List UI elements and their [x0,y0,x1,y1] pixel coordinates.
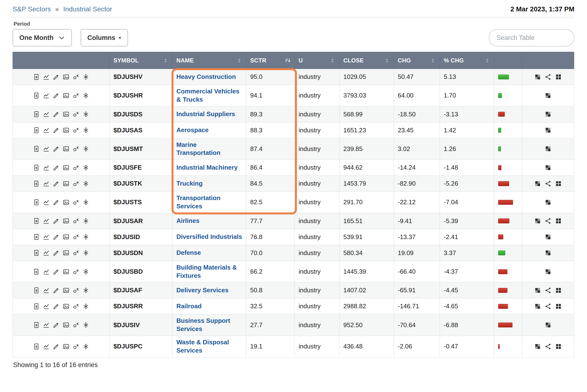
checkerboard-icon[interactable] [534,74,541,80]
grid-icon[interactable] [555,343,562,350]
checkerboard-icon[interactable] [534,180,541,187]
annotation-icon[interactable] [53,180,60,187]
symbol-summary-icon[interactable]: $ [33,234,40,240]
seasonality-icon[interactable] [82,74,89,80]
name-link[interactable]: Diversified Industrials [176,233,242,240]
share-icon[interactable] [545,74,552,80]
annotation-icon[interactable] [53,343,60,350]
annotation-icon[interactable] [53,250,60,256]
checkerboard-icon[interactable] [545,127,552,134]
sharpchart-icon[interactable] [43,303,50,310]
symbol-summary-icon[interactable]: $ [33,287,40,294]
period-select[interactable]: One Month [12,29,72,46]
galleryview-icon[interactable] [63,146,70,152]
sharpchart-icon[interactable] [43,218,50,224]
symbol-summary-icon[interactable]: $ [33,74,40,80]
pnf-chart-icon[interactable] [72,250,79,256]
annotation-icon[interactable] [53,92,60,99]
search-input[interactable] [489,29,574,46]
checkerboard-icon[interactable] [534,303,541,310]
annotation-icon[interactable] [53,218,60,224]
name-link[interactable]: Commercial Vehicles & Trucks [176,88,239,103]
name-link[interactable]: Trucking [176,180,202,187]
checkerboard-icon[interactable] [534,343,541,350]
sharpchart-icon[interactable] [43,92,50,99]
seasonality-icon[interactable] [82,92,89,99]
column-header-close[interactable]: CLOSE [340,52,394,69]
seasonality-icon[interactable] [82,287,89,294]
name-link[interactable]: Airlines [176,217,200,224]
galleryview-icon[interactable] [63,111,70,118]
name-link[interactable]: Transportation Services [176,194,220,210]
annotation-icon[interactable] [53,234,60,240]
annotation-icon[interactable] [53,111,60,118]
grid-icon[interactable] [555,303,562,310]
seasonality-icon[interactable] [82,127,89,134]
sharpchart-icon[interactable] [43,234,50,240]
pnf-chart-icon[interactable] [72,199,79,206]
sharpchart-icon[interactable] [43,268,50,275]
symbol-summary-icon[interactable]: $ [33,322,40,328]
grid-icon[interactable] [555,180,562,187]
column-header-u[interactable]: U [295,52,340,69]
sharpchart-icon[interactable] [43,322,50,328]
checkerboard-icon[interactable] [534,218,541,224]
annotation-icon[interactable] [53,164,60,171]
galleryview-icon[interactable] [63,218,70,224]
column-header-chg[interactable]: CHG [394,52,440,69]
annotation-icon[interactable] [53,199,60,206]
sharpchart-icon[interactable] [43,74,50,80]
seasonality-icon[interactable] [82,322,89,328]
seasonality-icon[interactable] [82,250,89,256]
seasonality-icon[interactable] [82,164,89,171]
pnf-chart-icon[interactable] [72,218,79,224]
seasonality-icon[interactable] [82,268,89,275]
galleryview-icon[interactable] [63,92,70,99]
annotation-icon[interactable] [53,322,60,328]
pnf-chart-icon[interactable] [72,111,79,118]
pnf-chart-icon[interactable] [72,303,79,310]
symbol-summary-icon[interactable]: $ [33,111,40,118]
galleryview-icon[interactable] [63,303,70,310]
pnf-chart-icon[interactable] [72,164,79,171]
pnf-chart-icon[interactable] [72,268,79,275]
galleryview-icon[interactable] [63,127,70,134]
breadcrumb-current-link[interactable]: Industrial Sector [63,5,112,13]
grid-icon[interactable] [555,74,562,80]
galleryview-icon[interactable] [63,180,70,187]
column-header-symbol[interactable]: SYMBOL [110,52,172,69]
column-header-sctr[interactable]: SCTR [246,52,295,69]
galleryview-icon[interactable] [63,343,70,350]
name-link[interactable]: Industrial Suppliers [176,110,235,118]
name-link[interactable]: Defense [176,249,201,256]
symbol-summary-icon[interactable]: $ [33,218,40,224]
symbol-summary-icon[interactable]: $ [33,199,40,206]
name-link[interactable]: Waste & Disposal Services [176,338,229,354]
checkerboard-icon[interactable] [545,146,552,152]
symbol-summary-icon[interactable]: $ [33,164,40,171]
annotation-icon[interactable] [53,287,60,294]
galleryview-icon[interactable] [63,322,70,328]
checkerboard-icon[interactable] [545,111,552,118]
name-link[interactable]: Delivery Services [176,286,228,294]
galleryview-icon[interactable] [63,199,70,206]
pnf-chart-icon[interactable] [72,146,79,152]
pnf-chart-icon[interactable] [72,234,79,240]
annotation-icon[interactable] [53,268,60,275]
pnf-chart-icon[interactable] [72,343,79,350]
sharpchart-icon[interactable] [43,146,50,152]
checkerboard-icon[interactable] [545,268,552,275]
share-icon[interactable] [545,287,552,294]
symbol-summary-icon[interactable]: $ [33,92,40,99]
pnf-chart-icon[interactable] [72,127,79,134]
share-icon[interactable] [545,180,552,187]
name-link[interactable]: Railroad [176,302,202,310]
share-icon[interactable] [545,303,552,310]
name-link[interactable]: Building Materials & Fixtures [176,264,237,279]
sharpchart-icon[interactable] [43,199,50,206]
galleryview-icon[interactable] [63,234,70,240]
galleryview-icon[interactable] [63,250,70,256]
checkerboard-icon[interactable] [534,287,541,294]
symbol-summary-icon[interactable]: $ [33,250,40,256]
checkerboard-icon[interactable] [545,164,552,171]
